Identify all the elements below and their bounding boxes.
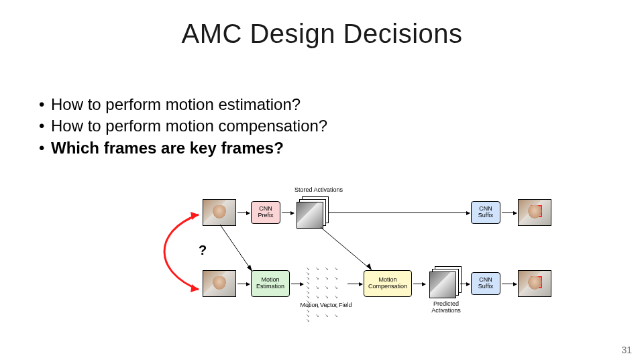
arrow-icon bbox=[502, 213, 517, 213]
arrow-icon bbox=[282, 213, 294, 213]
cnn-suffix-block-top: CNN Suffix bbox=[471, 201, 500, 224]
arrow-icon bbox=[413, 284, 425, 284]
bullet-marker: • bbox=[39, 94, 51, 115]
arrow-icon bbox=[502, 284, 517, 284]
arrow-icon bbox=[347, 284, 362, 284]
arrow-icon bbox=[321, 227, 381, 272]
motion-vector-field-graphic: ↘ ↘ ↘ ↘ ↘↘ ↘ ↘ ↘ ↘↘ ↘ ↘ ↘ ↘↘ ↘ ↘ ↘ ↘↘ ↘ … bbox=[306, 266, 346, 322]
block-label: Motion Compensation bbox=[367, 277, 409, 290]
bullet-list: • How to perform motion estimation? • Ho… bbox=[39, 94, 327, 159]
bullet-item: • Which frames are key frames? bbox=[39, 137, 327, 159]
amc-diagram: CNN Prefix Stored Activations CNN Suffix… bbox=[156, 191, 612, 332]
motion-estimation-block: Motion Estimation bbox=[251, 270, 290, 297]
svg-marker-3 bbox=[247, 265, 252, 272]
cnn-suffix-block-bottom: CNN Suffix bbox=[471, 272, 500, 295]
bullet-text: How to perform motion compensation? bbox=[51, 115, 327, 137]
arrow-icon bbox=[237, 284, 250, 284]
stored-activation-map bbox=[297, 202, 323, 229]
arrow-icon bbox=[329, 213, 470, 213]
arrow-icon bbox=[237, 213, 250, 213]
slide-root: AMC Design Decisions • How to perform mo… bbox=[0, 0, 644, 362]
bullet-item: • How to perform motion compensation? bbox=[39, 115, 327, 137]
stored-activations-label: Stored Activations bbox=[288, 187, 349, 194]
predicted-input-image bbox=[203, 270, 236, 297]
page-number: 31 bbox=[621, 345, 632, 355]
predicted-activations-label: Predicted Activations bbox=[423, 301, 470, 314]
motion-compensation-block: Motion Compensation bbox=[364, 270, 412, 297]
cnn-prefix-block: CNN Prefix bbox=[251, 201, 280, 224]
predicted-output-image bbox=[518, 270, 551, 297]
block-label: CNN Suffix bbox=[474, 277, 497, 290]
arrow-icon bbox=[291, 284, 303, 284]
svg-marker-5 bbox=[366, 263, 372, 270]
block-label: CNN Prefix bbox=[254, 206, 277, 219]
slide-title: AMC Design Decisions bbox=[0, 19, 644, 49]
svg-line-2 bbox=[220, 225, 252, 272]
keyframe-output-image bbox=[518, 199, 551, 226]
motion-vector-field-label: Motion Vector Field bbox=[299, 302, 353, 309]
block-label: Motion Estimation bbox=[254, 277, 286, 290]
bullet-text: How to perform motion estimation? bbox=[51, 94, 301, 115]
bullet-marker: • bbox=[39, 115, 51, 137]
bullet-text: Which frames are key frames? bbox=[51, 137, 284, 159]
keyframe-input-image bbox=[203, 199, 236, 226]
predicted-activation-map bbox=[429, 272, 456, 298]
bullet-item: • How to perform motion estimation? bbox=[39, 94, 327, 115]
arrow-icon bbox=[220, 225, 260, 273]
block-label: CNN Suffix bbox=[474, 206, 497, 219]
svg-line-4 bbox=[321, 227, 372, 270]
arrow-icon bbox=[460, 284, 470, 284]
bullet-marker: • bbox=[39, 137, 51, 159]
